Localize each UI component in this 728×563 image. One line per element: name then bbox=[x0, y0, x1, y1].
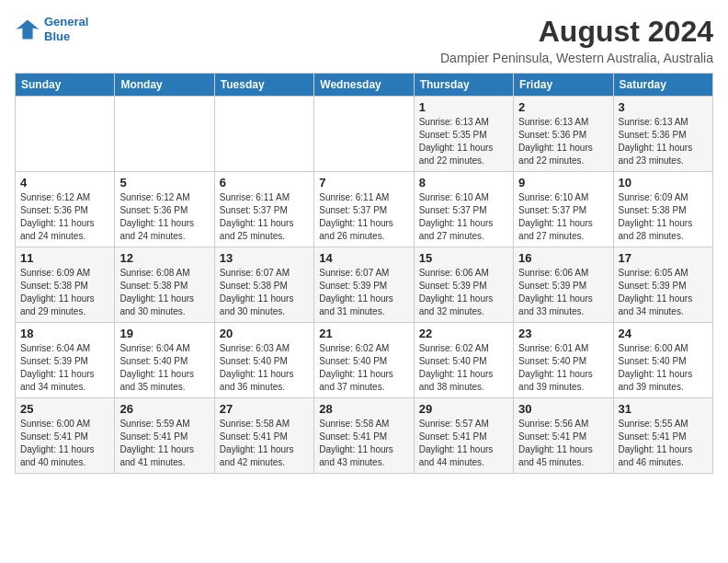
day-info: Sunrise: 6:13 AM Sunset: 5:36 PM Dayligh… bbox=[619, 116, 708, 167]
day-info: Sunrise: 6:00 AM Sunset: 5:40 PM Dayligh… bbox=[619, 342, 708, 394]
day-info: Sunrise: 5:57 AM Sunset: 5:41 PM Dayligh… bbox=[419, 418, 508, 469]
calendar-cell bbox=[214, 97, 313, 172]
day-info: Sunrise: 5:56 AM Sunset: 5:41 PM Dayligh… bbox=[518, 418, 608, 469]
day-number: 25 bbox=[20, 402, 109, 416]
day-number: 4 bbox=[20, 176, 109, 190]
calendar-cell: 4Sunrise: 6:12 AM Sunset: 5:36 PM Daylig… bbox=[16, 172, 115, 247]
calendar-cell: 14Sunrise: 6:07 AM Sunset: 5:39 PM Dayli… bbox=[314, 247, 414, 323]
day-number: 9 bbox=[518, 176, 608, 190]
day-info: Sunrise: 6:02 AM Sunset: 5:40 PM Dayligh… bbox=[319, 342, 408, 394]
day-info: Sunrise: 6:10 AM Sunset: 5:37 PM Dayligh… bbox=[518, 191, 608, 243]
calendar-cell: 26Sunrise: 5:59 AM Sunset: 5:41 PM Dayli… bbox=[115, 398, 214, 474]
logo-text: General Blue bbox=[44, 15, 88, 43]
day-number: 13 bbox=[220, 251, 309, 265]
calendar-week-row: 18Sunrise: 6:04 AM Sunset: 5:39 PM Dayli… bbox=[16, 323, 713, 398]
day-number: 12 bbox=[119, 251, 209, 265]
day-number: 21 bbox=[319, 327, 408, 340]
calendar-week-row: 4Sunrise: 6:12 AM Sunset: 5:36 PM Daylig… bbox=[16, 172, 713, 247]
day-info: Sunrise: 6:04 AM Sunset: 5:39 PM Dayligh… bbox=[20, 342, 109, 394]
calendar-cell: 15Sunrise: 6:06 AM Sunset: 5:39 PM Dayli… bbox=[414, 247, 513, 323]
day-info: Sunrise: 5:58 AM Sunset: 5:41 PM Dayligh… bbox=[220, 418, 309, 469]
calendar-cell: 2Sunrise: 6:13 AM Sunset: 5:36 PM Daylig… bbox=[514, 97, 613, 172]
day-number: 24 bbox=[619, 327, 708, 340]
day-number: 8 bbox=[419, 176, 508, 190]
weekday-header: Saturday bbox=[613, 74, 712, 97]
calendar-cell: 6Sunrise: 6:11 AM Sunset: 5:37 PM Daylig… bbox=[214, 172, 313, 247]
logo: General Blue bbox=[15, 15, 88, 43]
day-number: 6 bbox=[220, 176, 309, 190]
day-info: Sunrise: 6:07 AM Sunset: 5:39 PM Dayligh… bbox=[319, 267, 408, 318]
day-number: 22 bbox=[419, 327, 508, 340]
day-info: Sunrise: 5:55 AM Sunset: 5:41 PM Dayligh… bbox=[619, 418, 708, 469]
calendar-cell: 21Sunrise: 6:02 AM Sunset: 5:40 PM Dayli… bbox=[314, 323, 414, 398]
weekday-header: Thursday bbox=[414, 74, 513, 97]
calendar-table: SundayMondayTuesdayWednesdayThursdayFrid… bbox=[15, 73, 713, 474]
calendar-cell: 29Sunrise: 5:57 AM Sunset: 5:41 PM Dayli… bbox=[414, 398, 513, 474]
weekday-header: Sunday bbox=[16, 74, 115, 97]
title-area: August 2024 Dampier Peninsula, Western A… bbox=[440, 15, 713, 65]
calendar-week-row: 1Sunrise: 6:13 AM Sunset: 5:35 PM Daylig… bbox=[16, 97, 713, 172]
day-number: 1 bbox=[419, 100, 508, 114]
day-number: 7 bbox=[319, 176, 408, 190]
day-number: 26 bbox=[119, 402, 209, 416]
weekday-header-row: SundayMondayTuesdayWednesdayThursdayFrid… bbox=[16, 74, 713, 97]
calendar-cell: 23Sunrise: 6:01 AM Sunset: 5:40 PM Dayli… bbox=[514, 323, 613, 398]
day-info: Sunrise: 6:05 AM Sunset: 5:39 PM Dayligh… bbox=[619, 267, 708, 318]
day-info: Sunrise: 6:00 AM Sunset: 5:41 PM Dayligh… bbox=[20, 418, 109, 469]
day-number: 28 bbox=[319, 402, 408, 416]
calendar-cell: 16Sunrise: 6:06 AM Sunset: 5:39 PM Dayli… bbox=[514, 247, 613, 323]
calendar-cell: 17Sunrise: 6:05 AM Sunset: 5:39 PM Dayli… bbox=[613, 247, 712, 323]
day-info: Sunrise: 6:01 AM Sunset: 5:40 PM Dayligh… bbox=[518, 342, 608, 394]
day-number: 15 bbox=[419, 251, 508, 265]
day-number: 17 bbox=[619, 251, 708, 265]
calendar-week-row: 25Sunrise: 6:00 AM Sunset: 5:41 PM Dayli… bbox=[16, 398, 713, 474]
day-info: Sunrise: 6:09 AM Sunset: 5:38 PM Dayligh… bbox=[619, 191, 708, 243]
day-info: Sunrise: 6:11 AM Sunset: 5:37 PM Dayligh… bbox=[319, 191, 408, 243]
page-subtitle: Dampier Peninsula, Western Australia, Au… bbox=[440, 51, 713, 65]
calendar-cell: 31Sunrise: 5:55 AM Sunset: 5:41 PM Dayli… bbox=[613, 398, 712, 474]
day-info: Sunrise: 6:06 AM Sunset: 5:39 PM Dayligh… bbox=[419, 267, 508, 318]
day-number: 27 bbox=[220, 402, 309, 416]
calendar-cell: 30Sunrise: 5:56 AM Sunset: 5:41 PM Dayli… bbox=[514, 398, 613, 474]
day-number: 31 bbox=[619, 402, 708, 416]
day-number: 2 bbox=[518, 100, 608, 114]
calendar-cell: 13Sunrise: 6:07 AM Sunset: 5:38 PM Dayli… bbox=[214, 247, 313, 323]
day-number: 3 bbox=[619, 100, 708, 114]
day-info: Sunrise: 6:11 AM Sunset: 5:37 PM Dayligh… bbox=[220, 191, 309, 243]
calendar-cell: 9Sunrise: 6:10 AM Sunset: 5:37 PM Daylig… bbox=[514, 172, 613, 247]
calendar-cell: 8Sunrise: 6:10 AM Sunset: 5:37 PM Daylig… bbox=[414, 172, 513, 247]
header: General Blue August 2024 Dampier Peninsu… bbox=[15, 15, 713, 65]
calendar-cell: 1Sunrise: 6:13 AM Sunset: 5:35 PM Daylig… bbox=[414, 97, 513, 172]
day-number: 23 bbox=[518, 327, 608, 340]
calendar-cell: 3Sunrise: 6:13 AM Sunset: 5:36 PM Daylig… bbox=[613, 97, 712, 172]
calendar-cell: 5Sunrise: 6:12 AM Sunset: 5:36 PM Daylig… bbox=[115, 172, 214, 247]
svg-marker-0 bbox=[16, 19, 39, 39]
day-info: Sunrise: 6:06 AM Sunset: 5:39 PM Dayligh… bbox=[518, 267, 608, 318]
calendar-cell: 11Sunrise: 6:09 AM Sunset: 5:38 PM Dayli… bbox=[16, 247, 115, 323]
day-number: 20 bbox=[220, 327, 309, 340]
calendar-week-row: 11Sunrise: 6:09 AM Sunset: 5:38 PM Dayli… bbox=[16, 247, 713, 323]
calendar-cell: 20Sunrise: 6:03 AM Sunset: 5:40 PM Dayli… bbox=[214, 323, 313, 398]
day-number: 16 bbox=[518, 251, 608, 265]
logo-icon bbox=[15, 17, 40, 42]
page-title: August 2024 bbox=[440, 15, 713, 49]
day-info: Sunrise: 6:07 AM Sunset: 5:38 PM Dayligh… bbox=[220, 267, 309, 318]
day-info: Sunrise: 6:12 AM Sunset: 5:36 PM Dayligh… bbox=[20, 191, 109, 243]
calendar-cell bbox=[16, 97, 115, 172]
calendar-cell bbox=[314, 97, 414, 172]
weekday-header: Friday bbox=[514, 74, 613, 97]
calendar-cell bbox=[115, 97, 214, 172]
day-number: 30 bbox=[518, 402, 608, 416]
day-info: Sunrise: 6:09 AM Sunset: 5:38 PM Dayligh… bbox=[20, 267, 109, 318]
day-number: 19 bbox=[119, 327, 209, 340]
day-info: Sunrise: 6:02 AM Sunset: 5:40 PM Dayligh… bbox=[419, 342, 508, 394]
day-number: 5 bbox=[119, 176, 209, 190]
day-info: Sunrise: 6:04 AM Sunset: 5:40 PM Dayligh… bbox=[119, 342, 209, 394]
day-info: Sunrise: 5:58 AM Sunset: 5:41 PM Dayligh… bbox=[319, 418, 408, 469]
calendar-cell: 25Sunrise: 6:00 AM Sunset: 5:41 PM Dayli… bbox=[16, 398, 115, 474]
day-info: Sunrise: 6:13 AM Sunset: 5:35 PM Dayligh… bbox=[419, 116, 508, 167]
calendar-cell: 7Sunrise: 6:11 AM Sunset: 5:37 PM Daylig… bbox=[314, 172, 414, 247]
day-number: 14 bbox=[319, 251, 408, 265]
calendar-cell: 24Sunrise: 6:00 AM Sunset: 5:40 PM Dayli… bbox=[613, 323, 712, 398]
day-info: Sunrise: 6:13 AM Sunset: 5:36 PM Dayligh… bbox=[518, 116, 608, 167]
